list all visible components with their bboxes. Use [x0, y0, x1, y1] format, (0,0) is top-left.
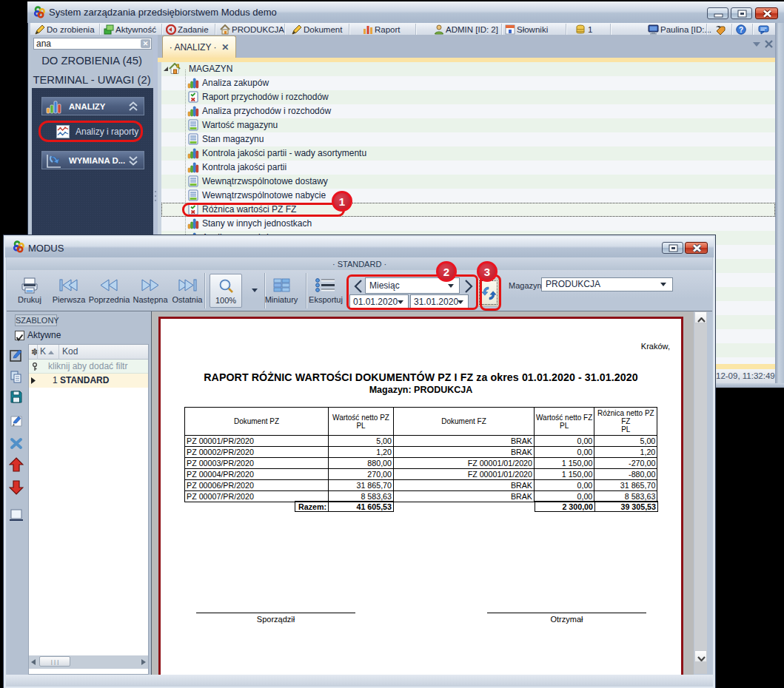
- svg-text:?: ?: [739, 26, 743, 34]
